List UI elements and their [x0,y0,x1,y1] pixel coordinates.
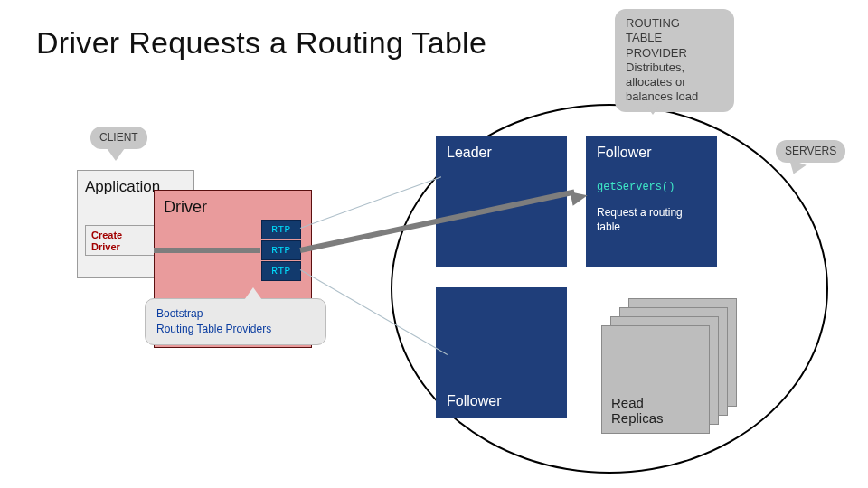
rtp-provider-callout-tail [644,102,662,115]
follower-top-node: Follower getServers() Request a routing … [586,136,717,267]
leader-node: Leader [436,136,567,267]
client-callout-text: CLIENT [99,131,138,144]
rtp-chip-2: RTP [261,261,301,281]
rtp-provider-line2: TABLE [626,31,723,45]
rtp-provider-line4: Distributes, allocates or balances load [626,61,723,105]
client-callout: CLIENT [90,127,147,149]
bootstrap-callout-tail [244,287,262,300]
follower-bottom-node: Follower [436,287,567,418]
read-replica-label: Read Replicas [611,395,664,426]
bootstrap-callout: Bootstrap Routing Table Providers [145,298,326,345]
servers-callout: SERVERS [776,140,845,163]
create-driver-button[interactable]: Create Driver [85,225,157,256]
bootstrap-line2: Routing Table Providers [156,322,315,337]
servers-callout-text: SERVERS [785,145,836,157]
read-replica-label-2: Replicas [611,410,664,426]
rtp-provider-line3: PROVIDER [626,46,723,61]
rtp-chip-0: RTP [261,220,301,239]
follower-top-sub: Request a routing table [597,206,706,234]
driver-title: Driver [164,198,207,217]
rtp-provider-line1: ROUTING [626,16,723,31]
rtp-chip-1: RTP [261,240,301,260]
read-replica-label-1: Read [611,395,664,410]
follower-top-label: Follower [597,145,706,161]
follower-bottom-label: Follower [447,393,501,409]
client-callout-tail [107,148,125,161]
read-replica-1: Read Replicas [601,325,710,434]
diagram-stage: Driver Requests a Routing Table CLIENT A… [0,0,868,488]
rtp-provider-callout: ROUTING TABLE PROVIDER Distributes, allo… [615,9,734,112]
connector-create-to-rtp [154,248,260,253]
bootstrap-line1: Bootstrap [156,306,315,322]
follower-top-code: getServers() [597,181,706,193]
create-driver-label: Create Driver [91,230,122,252]
slide-title: Driver Requests a Routing Table [36,25,486,61]
leader-label: Leader [447,145,556,161]
